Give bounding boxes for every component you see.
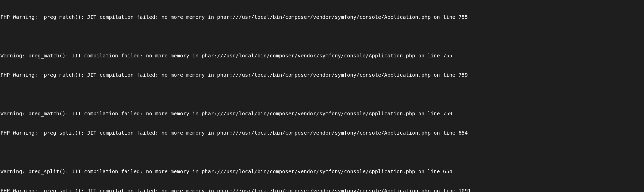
blank-line	[1, 149, 643, 155]
log-line: Warning: preg_match(): JIT compilation f…	[1, 53, 643, 59]
log-line: PHP Warning: preg_match(): JIT compilati…	[1, 14, 643, 20]
log-line: Warning: preg_match(): JIT compilation f…	[1, 110, 643, 117]
log-line: PHP Warning: preg_split(): JIT compilati…	[1, 188, 643, 192]
log-line: PHP Warning: preg_split(): JIT compilati…	[1, 130, 643, 136]
terminal-output: PHP Warning: preg_match(): JIT compilati…	[0, 0, 644, 192]
blank-line	[1, 33, 643, 40]
log-line: Warning: preg_split(): JIT compilation f…	[1, 168, 643, 175]
log-line: PHP Warning: preg_match(): JIT compilati…	[1, 72, 643, 78]
blank-line	[1, 91, 643, 98]
